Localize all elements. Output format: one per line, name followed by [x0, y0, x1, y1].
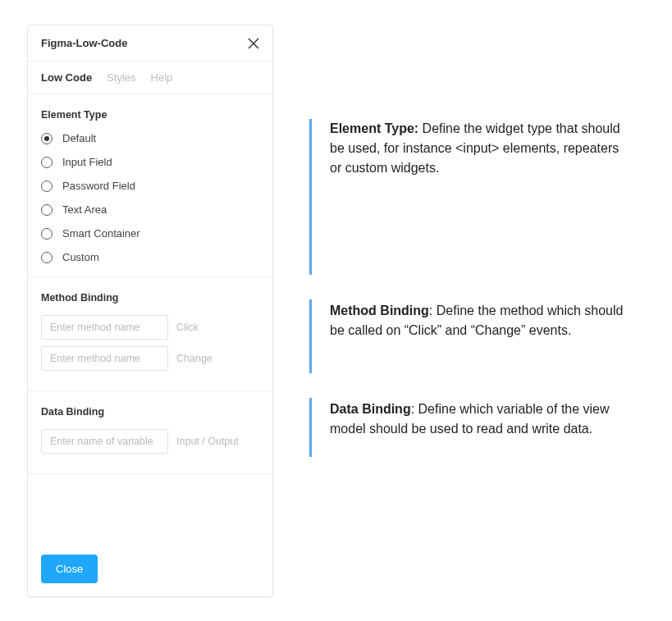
- annotation-data-binding: Data Binding: Define which variable of t…: [309, 398, 633, 457]
- data-binding-title: Data Binding: [41, 406, 259, 418]
- annotation-text: Method Binding: Define the method which …: [330, 301, 633, 340]
- radio-label: Password Field: [62, 180, 135, 192]
- method-binding-title: Method Binding: [41, 292, 259, 304]
- tabs: Low Code Styles Help: [28, 62, 272, 94]
- annotation-text: Data Binding: Define which variable of t…: [330, 400, 633, 439]
- panel-footer: Close: [28, 541, 272, 596]
- close-icon[interactable]: [248, 38, 259, 49]
- element-type-radio-list: Default Input Field Password Field Text …: [41, 132, 259, 263]
- data-binding-suffix: Input / Output: [176, 436, 239, 447]
- annotations: Element Type: Define the widget type tha…: [309, 119, 633, 482]
- method-click-suffix: Click: [176, 322, 199, 333]
- radio-icon: [41, 204, 53, 216]
- data-binding-section: Data Binding Input / Output: [28, 391, 272, 474]
- radio-icon: [41, 157, 53, 168]
- radio-label: Text Area: [62, 203, 107, 216]
- tab-styles[interactable]: Styles: [107, 71, 135, 84]
- radio-smart-container[interactable]: Smart Container: [41, 227, 259, 240]
- panel-header: Figma-Low-Code: [28, 25, 272, 62]
- radio-icon: [41, 228, 53, 240]
- radio-label: Smart Container: [62, 227, 140, 240]
- plugin-panel: Figma-Low-Code Low Code Styles Help Elem…: [27, 25, 273, 597]
- radio-icon: [41, 180, 53, 192]
- close-button[interactable]: Close: [41, 555, 98, 583]
- radio-label: Default: [62, 132, 96, 144]
- annotation-strong: Method Binding: [330, 304, 429, 317]
- radio-custom[interactable]: Custom: [41, 251, 259, 263]
- method-click-row: Click: [41, 315, 259, 340]
- data-binding-input[interactable]: [41, 429, 168, 454]
- annotation-method-binding: Method Binding: Define the method which …: [309, 299, 633, 373]
- panel-title: Figma-Low-Code: [41, 37, 127, 49]
- annotation-strong: Element Type:: [330, 121, 418, 135]
- radio-text-area[interactable]: Text Area: [41, 203, 259, 216]
- radio-input-field[interactable]: Input Field: [41, 156, 259, 168]
- tab-help[interactable]: Help: [151, 71, 173, 84]
- method-change-suffix: Change: [176, 353, 213, 364]
- radio-icon: [41, 133, 53, 144]
- element-type-section: Element Type Default Input Field Passwor…: [28, 94, 272, 277]
- annotation-element-type: Element Type: Define the widget type tha…: [309, 119, 633, 275]
- radio-label: Input Field: [62, 156, 112, 168]
- radio-default[interactable]: Default: [41, 132, 259, 144]
- method-change-input[interactable]: [41, 346, 168, 371]
- tab-low-code[interactable]: Low Code: [41, 71, 92, 84]
- annotation-strong: Data Binding: [330, 402, 411, 416]
- radio-icon: [41, 252, 53, 263]
- method-binding-section: Method Binding Click Change: [28, 277, 272, 391]
- radio-label: Custom: [62, 251, 99, 263]
- radio-password-field[interactable]: Password Field: [41, 180, 259, 192]
- data-binding-row: Input / Output: [41, 429, 259, 454]
- annotation-text: Element Type: Define the widget type tha…: [330, 119, 633, 178]
- method-change-row: Change: [41, 346, 259, 371]
- element-type-title: Element Type: [41, 109, 259, 121]
- method-click-input[interactable]: [41, 315, 168, 340]
